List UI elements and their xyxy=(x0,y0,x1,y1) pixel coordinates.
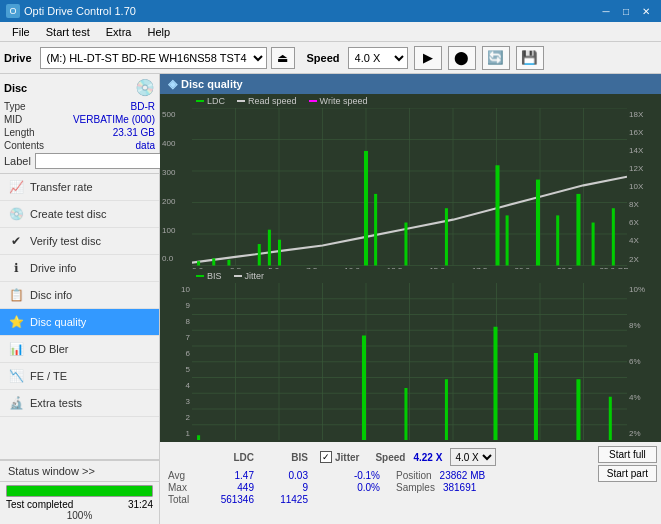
app-icon: O xyxy=(6,4,20,18)
x2-17p5: 17.5 xyxy=(472,440,488,442)
y1-500: 500 xyxy=(162,110,190,119)
y2-7: 7 xyxy=(186,333,190,342)
svg-rect-56 xyxy=(534,353,538,441)
toolbar-btn-2[interactable]: ⬤ xyxy=(448,46,476,70)
create-test-disc-icon: 💿 xyxy=(8,206,24,222)
nav-cd-bler[interactable]: 📊 CD Bler xyxy=(0,336,159,363)
x2-15: 15.0 xyxy=(429,440,445,442)
svg-rect-58 xyxy=(609,396,612,440)
y2r-4p: 4% xyxy=(629,393,641,402)
legend-bis: BIS xyxy=(196,271,222,281)
svg-rect-27 xyxy=(536,180,540,266)
disc-mid-label: MID xyxy=(4,114,22,125)
menu-start-test[interactable]: Start test xyxy=(38,24,98,40)
y1-100: 100 xyxy=(162,226,190,235)
menu-bar: File Start test Extra Help xyxy=(0,22,661,42)
drive-select[interactable]: (M:) HL-DT-ST BD-RE WH16NS58 TST4 xyxy=(40,47,267,69)
main-layout: Disc 💿 Type BD-R MID VERBATIMe (000) Len… xyxy=(0,74,661,524)
maximize-button[interactable]: □ xyxy=(617,3,635,19)
svg-rect-54 xyxy=(445,379,448,440)
transfer-rate-icon: 📈 xyxy=(8,179,24,195)
app-title: Opti Drive Control 1.70 xyxy=(24,5,136,17)
nav-create-test-disc[interactable]: 💿 Create test disc xyxy=(0,201,159,228)
status-window-nav[interactable]: Status window >> xyxy=(0,460,159,481)
avg-jitter: -0.1% xyxy=(320,470,380,481)
toolbar-btn-1[interactable]: ▶ xyxy=(414,46,442,70)
y2-6: 6 xyxy=(186,349,190,358)
toolbar-btn-save[interactable]: 💾 xyxy=(516,46,544,70)
drive-label: Drive xyxy=(4,52,32,64)
nav-transfer-rate[interactable]: 📈 Transfer rate xyxy=(0,174,159,201)
menu-file[interactable]: File xyxy=(4,24,38,40)
col-header-bis: BIS xyxy=(258,452,308,463)
cd-bler-icon: 📊 xyxy=(8,341,24,357)
total-ldc: 561346 xyxy=(204,494,254,505)
legend-write-speed-label: Write speed xyxy=(320,96,368,106)
toolbar-btn-3[interactable]: 🔄 xyxy=(482,46,510,70)
minimize-button[interactable]: ─ xyxy=(597,3,615,19)
progress-bar-fill xyxy=(7,486,152,496)
drive-info-icon: ℹ xyxy=(8,260,24,276)
chart2-svg xyxy=(192,283,627,441)
disc-label-input[interactable] xyxy=(35,153,168,169)
nav-transfer-rate-label: Transfer rate xyxy=(30,181,93,193)
x2-12p5: 12.5 xyxy=(387,440,403,442)
legend-read-speed-color xyxy=(237,100,245,102)
legend-jitter-label: Jitter xyxy=(245,271,265,281)
col-header-ldc: LDC xyxy=(204,452,254,463)
y1r-14x: 14X xyxy=(629,146,643,155)
stats-table-area: LDC BIS ✓ Jitter Speed 4.22 X 4.0 X Avg … xyxy=(160,442,594,524)
disc-length-value: 23.31 GB xyxy=(113,127,155,138)
disc-quality-header: ◈ Disc quality xyxy=(160,74,661,94)
speed-select[interactable]: 4.0 X xyxy=(348,47,408,69)
nav-cd-bler-label: CD Bler xyxy=(30,343,69,355)
svg-rect-21 xyxy=(364,151,368,266)
svg-rect-55 xyxy=(493,326,497,440)
progress-bar xyxy=(6,485,153,497)
progress-area: Test completed 31:24 100% xyxy=(0,481,159,524)
disc-info-icon: 📋 xyxy=(8,287,24,303)
y2r-2p: 2% xyxy=(629,429,641,438)
speed-col-label: Speed xyxy=(375,452,405,463)
eject-button[interactable]: ⏏ xyxy=(271,47,295,69)
avg-ldc: 1.47 xyxy=(204,470,254,481)
samples-value: 381691 xyxy=(443,482,476,493)
avg-bis: 0.03 xyxy=(258,470,308,481)
svg-rect-51 xyxy=(197,435,200,440)
nav-verify-test-disc[interactable]: ✔ Verify test disc xyxy=(0,228,159,255)
total-bis: 11425 xyxy=(258,494,308,505)
start-full-button[interactable]: Start full xyxy=(598,446,657,463)
y1-300: 300 xyxy=(162,168,190,177)
position-label: Position xyxy=(396,470,432,481)
start-part-button[interactable]: Start part xyxy=(598,465,657,482)
svg-rect-15 xyxy=(197,261,200,265)
max-jitter: 0.0% xyxy=(320,482,380,493)
svg-rect-31 xyxy=(612,208,615,265)
legend-bis-color xyxy=(196,275,204,277)
jitter-checkbox[interactable]: ✓ xyxy=(320,451,332,463)
time-text: 31:24 xyxy=(128,499,153,510)
nav-fe-te[interactable]: 📉 FE / TE xyxy=(0,363,159,390)
y1-400: 400 xyxy=(162,139,190,148)
chart1-container: LDC Read speed Write speed 500 40 xyxy=(160,94,661,269)
svg-rect-25 xyxy=(495,165,499,265)
speed-col-select[interactable]: 4.0 X xyxy=(450,448,496,466)
svg-rect-23 xyxy=(404,223,407,266)
fe-te-icon: 📉 xyxy=(8,368,24,384)
nav-disc-quality[interactable]: ⭐ Disc quality xyxy=(0,309,159,336)
nav-extra-tests[interactable]: 🔬 Extra tests xyxy=(0,390,159,417)
x2-20: 20.0 xyxy=(514,440,530,442)
nav-drive-info[interactable]: ℹ Drive info xyxy=(0,255,159,282)
x2-7p5: 7.5 xyxy=(306,440,317,442)
svg-rect-26 xyxy=(506,215,509,265)
left-panel: Disc 💿 Type BD-R MID VERBATIMe (000) Len… xyxy=(0,74,160,524)
y1r-16x: 16X xyxy=(629,128,643,137)
menu-help[interactable]: Help xyxy=(139,24,178,40)
y2r-10p: 10% xyxy=(629,285,645,294)
y1-200: 200 xyxy=(162,197,190,206)
nav-disc-info[interactable]: 📋 Disc info xyxy=(0,282,159,309)
disc-contents-value: data xyxy=(136,140,155,151)
menu-extra[interactable]: Extra xyxy=(98,24,140,40)
legend-jitter-color xyxy=(234,275,242,277)
close-button[interactable]: ✕ xyxy=(637,3,655,19)
